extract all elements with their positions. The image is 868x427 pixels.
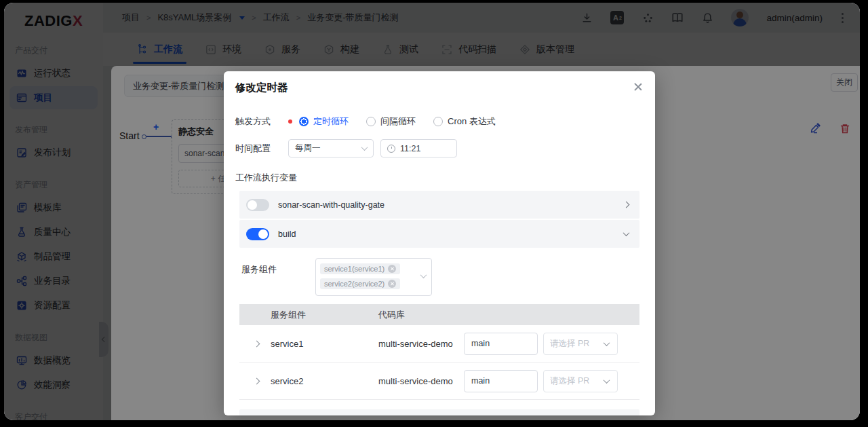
radio-label: Cron 表达式 [448, 115, 496, 128]
pr-select[interactable]: 请选择 PR [543, 333, 618, 355]
chevron-down-icon [361, 144, 368, 151]
service-tag-label: service1(service1) [324, 265, 384, 273]
chevron-down-icon [604, 339, 610, 346]
radio-interval-cycle[interactable]: 间隔循环 [366, 115, 416, 128]
job-name: build [278, 229, 296, 239]
service-components-label: 服务组件 [241, 258, 315, 296]
branch-input[interactable] [464, 370, 538, 392]
trigger-mode-row: 触发方式 定时循环 间隔循环 Cron 表达式 [235, 115, 655, 128]
time-config-label: 时间配置 [235, 143, 288, 155]
job-row-sonar-scan[interactable]: sonar-scan-with-quality-gate [239, 191, 639, 219]
job-row-deploy[interactable]: deploy [239, 409, 639, 415]
remove-tag-icon[interactable] [388, 280, 396, 288]
radio-label: 间隔循环 [380, 115, 416, 128]
service-name: service2 [271, 376, 378, 386]
chevron-down-icon [420, 272, 427, 278]
service-name: service1 [271, 339, 378, 349]
time-picker[interactable]: 11:21 [380, 139, 457, 157]
table-row-service1: service1 multi-service-demo 请选择 PR [239, 325, 639, 363]
radio-icon [433, 117, 443, 126]
pr-placeholder: 请选择 PR [550, 338, 589, 350]
job-list: sonar-scan-with-quality-gate build [239, 191, 639, 248]
app-window: 项目 > K8sYAML场景案例 > 工作流 > 业务变更-带质量门检测 A2 [4, 3, 860, 420]
time-value: 11:21 [400, 144, 420, 153]
clock-icon [387, 145, 395, 153]
build-toggle[interactable] [246, 228, 269, 240]
service-tag: service1(service1) [320, 263, 400, 274]
radio-timed-cycle[interactable]: 定时循环 [299, 115, 349, 128]
radio-cron-expression[interactable]: Cron 表达式 [433, 115, 496, 128]
branch-input[interactable] [464, 333, 538, 355]
workflow-variables-title: 工作流执行变量 [235, 172, 655, 184]
screen: 项目 > K8sYAML场景案例 > 工作流 > 业务变更-带质量门检测 A2 [0, 0, 868, 427]
chevron-down-icon [604, 377, 610, 384]
frequency-value: 每周一 [295, 143, 321, 154]
column-service: 服务组件 [271, 309, 378, 321]
radio-icon [366, 117, 376, 126]
time-config-row: 时间配置 每周一 11:21 [235, 139, 655, 157]
sonar-scan-toggle[interactable] [246, 199, 269, 211]
build-job-panel: 服务组件 service1(service1) service2(service… [224, 249, 655, 415]
required-dot [288, 119, 292, 124]
expand-row-icon[interactable] [254, 377, 260, 384]
trigger-mode-radio-group: 定时循环 间隔循环 Cron 表达式 [299, 115, 496, 128]
pr-placeholder: 请选择 PR [550, 375, 589, 387]
chevron-down-icon [623, 229, 630, 236]
repo-name: multi-service-demo [378, 376, 464, 386]
radio-selected-icon [299, 117, 309, 126]
service-components-multiselect[interactable]: service1(service1) service2(service2) [315, 258, 432, 296]
table-row-service2: service2 multi-service-demo 请选择 PR [239, 363, 639, 400]
job-row-build[interactable]: build [239, 220, 639, 248]
edit-timer-modal: 修改定时器 触发方式 定时循环 间隔循环 Cron 表达式 [224, 71, 655, 415]
modal-close-icon[interactable] [632, 81, 644, 93]
service-components-row: 服务组件 service1(service1) service2(service… [241, 258, 655, 296]
job-name: sonar-scan-with-quality-gate [278, 200, 384, 210]
repo-name: multi-service-demo [378, 339, 464, 349]
radio-label: 定时循环 [313, 115, 349, 128]
service-table-header: 服务组件 代码库 [239, 304, 639, 325]
service-table: 服务组件 代码库 service1 multi-service-demo 请选择… [239, 304, 639, 400]
column-repo: 代码库 [378, 309, 464, 321]
expand-row-icon[interactable] [254, 340, 260, 347]
service-tag: service2(service2) [320, 278, 400, 289]
modal-title: 修改定时器 [224, 71, 655, 95]
remove-tag-icon[interactable] [388, 265, 396, 273]
chevron-right-icon [623, 202, 630, 208]
service-tag-label: service2(service2) [324, 280, 384, 288]
frequency-select[interactable]: 每周一 [288, 139, 374, 157]
pr-select[interactable]: 请选择 PR [543, 370, 618, 392]
trigger-mode-label: 触发方式 [235, 115, 288, 128]
